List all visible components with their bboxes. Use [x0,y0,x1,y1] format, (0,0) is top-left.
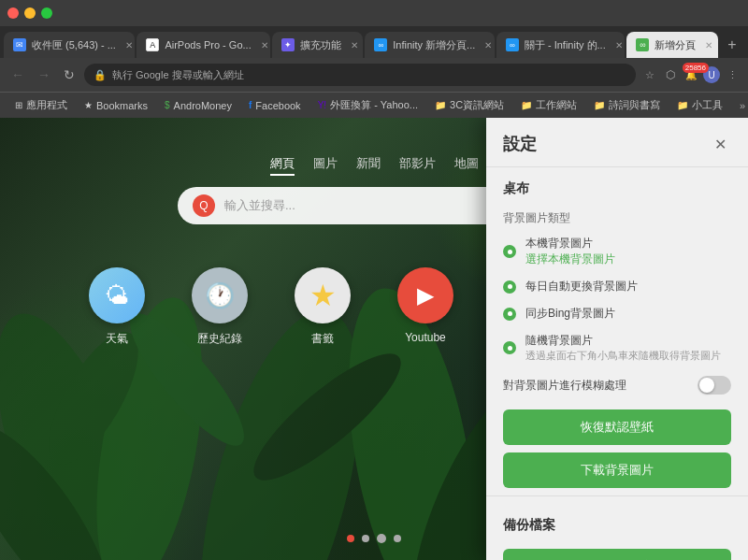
address-text: 執行 Google 搜尋或輸入網址 [112,68,244,82]
qa-youtube[interactable]: ▶ Youtube [397,267,453,344]
nav-icons: ☆ ⬡ 🔔 25856 U ⋮ [641,66,741,83]
traffic-lights [7,7,52,19]
tab-close-mail[interactable]: ✕ [125,40,133,50]
blur-toggle[interactable] [698,376,731,395]
bookmark-tools[interactable]: 📁 小工具 [669,95,730,116]
settings-close-button[interactable]: ✕ [709,133,731,155]
dot-4[interactable] [394,535,401,542]
close-button[interactable] [7,7,19,19]
settings-title: 設定 [503,133,537,155]
extensions-icon[interactable]: ⬡ [662,66,679,83]
new-tab-button[interactable]: + [720,32,744,58]
dot-3[interactable] [377,534,386,543]
qa-weather[interactable]: 🌤 天氣 [89,267,145,347]
qa-bookmarks-label: 書籤 [311,331,334,347]
settings-panel: 設定 ✕ 桌布 背景圖片類型 本機背景圖片 選擇本機背景圖片 每日自動更換背景圖… [486,118,748,560]
settings-option-bing[interactable]: 同步Bing背景圖片 [486,300,748,327]
settings-bgtype-title: 背景圖片類型 [486,205,748,230]
blur-label: 對背景圖片進行模糊處理 [503,378,626,394]
create-backup-button[interactable]: 建立備份檔案 [503,549,731,560]
qa-weather-icon: 🌤 [89,267,145,323]
tab-airpods[interactable]: A AirPods Pro - Go... ✕ [137,32,270,58]
bookmark-tools-label: 小工具 [692,98,723,112]
restore-wallpaper-button[interactable]: 恢復默認壁紙 [503,409,731,445]
tab-close-about[interactable]: ✕ [615,40,623,50]
option-local-sublabel[interactable]: 選擇本機背景圖片 [525,251,615,267]
tab-favicon-new: ∞ [636,38,649,51]
settings-option-daily[interactable]: 每日自動更換背景圖片 [486,273,748,300]
menu-icon[interactable]: ⋮ [724,66,741,83]
bookmark-andromoney-label: AndroMoney [174,100,232,111]
back-button[interactable]: ← [7,64,28,86]
bookmark-bookmarks[interactable]: ★ Bookmarks [77,95,155,116]
settings-backup-title: 備份檔案 [486,504,748,541]
bookmark-more[interactable]: » [732,95,748,116]
address-bar[interactable]: 🔒 執行 Google 搜尋或輸入網址 [84,64,636,86]
tab-ext[interactable]: ✦ 擴充功能 ✕ [272,32,363,58]
maximize-button[interactable] [41,7,52,19]
settings-option-random[interactable]: 隨機背景圖片 透過桌面右下角小鳥車來隨機取得背景圖片 [486,327,748,368]
search-placeholder: 輸入並搜尋... [224,197,295,214]
tab-favicon-airpods: A [146,38,159,51]
tab-new[interactable]: ∞ 新增分頁 ✕ [626,32,717,58]
search-tab-maps[interactable]: 地圖 [454,155,479,176]
tab-favicon-mail: ✉ [13,38,26,51]
search-tab-video[interactable]: 部影片 [399,155,436,176]
minimize-button[interactable] [24,7,36,19]
title-bar [0,0,748,26]
nav-bar: ← → ↻ 🔒 執行 Google 搜尋或輸入網址 ☆ ⬡ 🔔 25856 U … [0,58,748,92]
tab-label-infinity: Infinity 新增分頁... [393,38,475,52]
bookmark-work[interactable]: 📁 工作網站 [513,95,584,116]
notification-icon[interactable]: 🔔 25856 [683,66,699,83]
tab-label-about: 關于 - Infinity 的... [525,38,606,52]
tab-close-ext[interactable]: ✕ [351,40,358,50]
folder-work-icon: 📁 [521,100,532,110]
bookmark-poetry[interactable]: 📁 詩詞與書寫 [586,95,668,116]
tab-close-airpods[interactable]: ✕ [261,40,268,50]
dot-2[interactable] [362,535,369,542]
bookmark-apps[interactable]: ⊞ 應用程式 [7,95,75,116]
dots-indicator [347,534,401,543]
apps-icon: ⊞ [15,100,22,110]
tab-label-ext: 擴充功能 [300,38,341,52]
qa-bookmarks[interactable]: ★ 書籤 [295,267,351,347]
radio-daily [503,280,516,294]
option-bing-label: 同步Bing背景圖片 [525,306,615,322]
bookmark-3c[interactable]: 📁 3C資訊網站 [427,95,511,116]
settings-blur-row: 對背景圖片進行模糊處理 [486,368,748,402]
bookmark-bookmarks-label: Bookmarks [96,100,148,111]
tab-label-new: 新增分頁 [654,38,696,52]
bookmark-facebook[interactable]: f Facebook [241,95,309,116]
tab-mail[interactable]: ✉ 收件匣 (5,643) - ... ✕ [4,32,135,58]
tab-label-airpods: AirPods Pro - Go... [165,39,251,50]
folder-tools-icon: 📁 [677,100,688,110]
qa-history[interactable]: 🕐 歷史紀錄 [192,267,248,347]
download-bg-button[interactable]: 下載背景圖片 [503,452,731,488]
star-icon: ★ [84,100,93,110]
tab-close-infinity[interactable]: ✕ [484,40,492,50]
facebook-icon: f [249,100,252,110]
tab-infinity[interactable]: ∞ Infinity 新增分頁... ✕ [365,32,495,58]
qa-youtube-label: Youtube [405,331,446,344]
forward-button[interactable]: → [34,64,54,86]
search-tab-web[interactable]: 網頁 [270,155,295,176]
bookmark-andromoney[interactable]: $ AndroMoney [157,95,239,116]
bookmark-apps-label: 應用程式 [26,98,67,112]
bookmark-3c-label: 3C資訊網站 [450,98,504,112]
tab-about[interactable]: ∞ 關于 - Infinity 的... ✕ [496,32,626,58]
qa-bookmarks-icon: ★ [295,267,351,323]
search-tab-images[interactable]: 圖片 [313,155,338,176]
bookmark-yahoo[interactable]: Y! 外匯換算 - Yahoo... [310,95,425,116]
tab-close-new[interactable]: ✕ [705,40,712,50]
bookmark-yahoo-label: 外匯換算 - Yahoo... [330,98,418,112]
refresh-button[interactable]: ↻ [60,64,79,86]
bookmark-star-icon[interactable]: ☆ [641,66,658,83]
dot-1[interactable] [347,535,354,542]
search-icon: Q [193,194,215,217]
settings-option-local[interactable]: 本機背景圖片 選擇本機背景圖片 [486,230,748,273]
qa-youtube-icon: ▶ [397,267,453,323]
divider-1 [486,495,748,496]
qa-weather-label: 天氣 [106,331,128,347]
notification-badge: 25856 [683,63,709,73]
search-tab-news[interactable]: 新聞 [356,155,381,176]
